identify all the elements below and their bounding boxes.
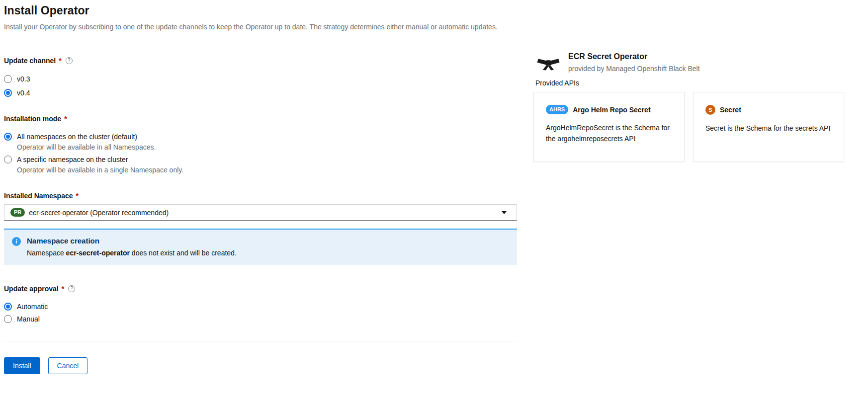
operator-name: ECR Secret Operator xyxy=(568,52,700,61)
operator-panel: ECR Secret Operator provided by Managed … xyxy=(533,51,852,162)
operator-header: ECR Secret Operator provided by Managed … xyxy=(533,51,852,73)
radio-helper-text: Operator will be available in a single N… xyxy=(17,166,517,174)
api-card-argo-helm-repo-secret: AHRS Argo Helm Repo Secret ArgoHelmRepoS… xyxy=(533,92,685,162)
form-actions: Install Cancel xyxy=(4,357,517,374)
radio-button-icon[interactable] xyxy=(4,133,12,141)
project-badge: PR xyxy=(10,208,25,217)
radio-all-namespaces[interactable]: All namespaces on the cluster (default) xyxy=(4,133,137,141)
namespace-select-value: ecr-secret-operator (Operator recommende… xyxy=(29,209,502,217)
help-icon[interactable]: ? xyxy=(68,285,75,292)
api-card-title-row: AHRS Argo Helm Repo Secret xyxy=(546,105,672,114)
api-kind-badge: S xyxy=(705,105,715,115)
required-asterisk: * xyxy=(59,57,61,65)
caret-down-icon xyxy=(502,211,507,214)
provided-apis-label: Provided APIs xyxy=(533,79,852,87)
radio-specific-namespace[interactable]: A specific namespace on the cluster xyxy=(4,156,128,163)
page-subtitle: Install your Operator by subscribing to … xyxy=(4,23,517,31)
alert-content: Namespace creation Namespace ecr-secret-… xyxy=(27,237,237,257)
radio-label: Manual xyxy=(17,315,40,323)
update-channel-label: Update channel * ? xyxy=(4,57,517,65)
namespace-creation-alert: i Namespace creation Namespace ecr-secre… xyxy=(4,229,517,265)
required-asterisk: * xyxy=(64,115,67,123)
info-icon: i xyxy=(12,237,21,246)
field-label: Update approval xyxy=(4,285,59,293)
api-card-description: ArgoHelmRepoSecret is the Schema for the… xyxy=(546,123,672,144)
radio-label: Automatic xyxy=(17,303,48,311)
radio-approval-manual[interactable]: Manual xyxy=(4,315,40,323)
api-kind-badge: AHRS xyxy=(546,105,568,114)
api-card-title: Secret xyxy=(720,106,741,114)
field-label: Update channel xyxy=(4,57,56,65)
namespace-select[interactable]: PR ecr-secret-operator (Operator recomme… xyxy=(4,204,517,221)
api-card-title: Argo Helm Repo Secret xyxy=(573,106,650,114)
alert-title: Namespace creation xyxy=(27,237,237,245)
update-approval-label: Update approval * ? xyxy=(4,285,517,293)
alert-body: Namespace ecr-secret-operator does not e… xyxy=(27,249,237,257)
installed-namespace-label: Installed Namespace * xyxy=(4,192,517,200)
api-card-description: Secret is the Schema for the secrets API xyxy=(705,123,832,134)
page-title: Install Operator xyxy=(4,4,517,17)
black-belt-logo-icon xyxy=(536,54,560,73)
radio-button-icon[interactable] xyxy=(4,303,12,311)
radio-button-icon[interactable] xyxy=(4,156,12,163)
required-asterisk: * xyxy=(62,285,64,293)
provided-apis-cards: AHRS Argo Helm Repo Secret ArgoHelmRepoS… xyxy=(533,92,852,162)
help-icon[interactable]: ? xyxy=(66,57,73,64)
installation-mode-label: Installation mode * xyxy=(4,115,517,123)
radio-helper-text: Operator will be available in all Namesp… xyxy=(17,143,517,151)
operator-header-text: ECR Secret Operator provided by Managed … xyxy=(568,51,700,73)
api-card-secret: S Secret Secret is the Schema for the se… xyxy=(693,92,844,162)
install-form: Install Operator Install your Operator b… xyxy=(4,4,517,374)
radio-label: v0.3 xyxy=(17,75,30,83)
radio-channel-v03[interactable]: v0.3 xyxy=(4,75,30,83)
radio-approval-automatic[interactable]: Automatic xyxy=(4,303,48,311)
field-label: Installation mode xyxy=(4,115,61,123)
alert-namespace-name: ecr-secret-operator xyxy=(66,249,130,257)
required-asterisk: * xyxy=(76,192,79,200)
radio-button-icon[interactable] xyxy=(4,89,12,97)
install-operator-page: Install Operator Install your Operator b… xyxy=(0,0,868,400)
radio-label: A specific namespace on the cluster xyxy=(17,156,128,163)
form-divider xyxy=(4,341,517,341)
install-button[interactable]: Install xyxy=(4,357,40,374)
radio-label: All namespaces on the cluster (default) xyxy=(17,133,137,141)
radio-button-icon[interactable] xyxy=(4,315,12,323)
radio-button-icon[interactable] xyxy=(4,75,12,83)
radio-label: v0.4 xyxy=(17,89,30,97)
radio-channel-v04[interactable]: v0.4 xyxy=(4,89,30,97)
field-label: Installed Namespace xyxy=(4,192,73,200)
cancel-button[interactable]: Cancel xyxy=(48,357,88,374)
operator-provider: provided by Managed Openshift Black Belt xyxy=(568,65,700,73)
api-card-title-row: S Secret xyxy=(705,105,832,115)
